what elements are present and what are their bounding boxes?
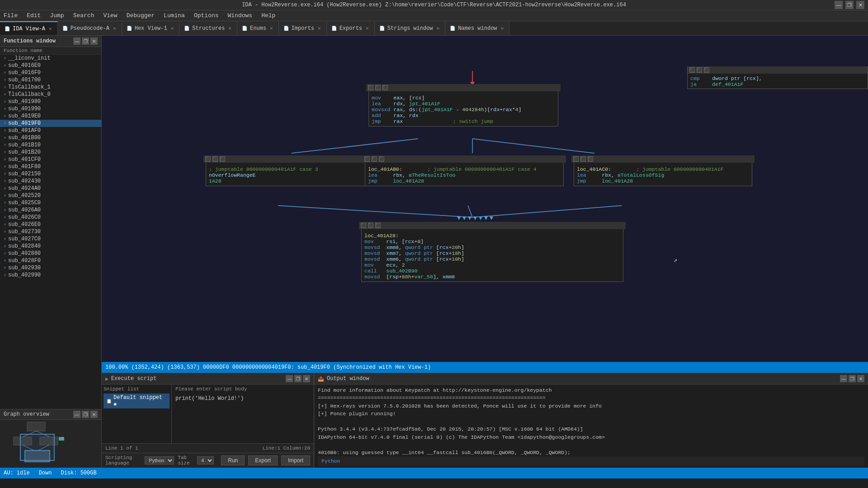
asm-btn-2[interactable]: ⬛ [697,67,702,73]
import-button[interactable]: Import [281,455,310,465]
asm-btn-r2[interactable]: ⬛ [580,156,586,162]
tab-exports[interactable]: 📄 Exports ✕ [327,21,375,36]
func-item[interactable]: ⚡ sub_402840 [0,243,101,250]
func-item[interactable]: ⚡ sub_4027C0 [0,235,101,243]
func-item[interactable]: ⚡ sub_4025C0 [0,199,101,206]
restore-button[interactable]: ❐ [845,1,854,9]
func-item[interactable]: ⚡ sub_4028F0 [0,257,101,264]
menu-debugger[interactable]: Debugger [125,11,156,20]
func-item[interactable]: ⚡ sub_4026E0 [0,221,101,228]
func-item[interactable]: ⚡ sub_401700 [0,76,101,84]
tab-close-ida[interactable]: ✕ [48,26,53,32]
menu-help[interactable]: Help [259,11,277,20]
tab-structures[interactable]: 📄 Structures ✕ [179,21,237,36]
tab-close-pseudo[interactable]: ✕ [112,25,117,31]
func-item[interactable]: ⚡ sub_401B00 [0,134,101,141]
graph-overview-close[interactable]: ✕ [90,411,98,418]
output-panel-close[interactable]: ✕ [857,375,864,382]
asm-btn-3[interactable]: ⬛ [704,67,709,73]
func-item[interactable]: ⚡ sub_401990 [0,105,101,113]
func-item[interactable]: ⚡ sub_4016E0 [0,62,101,69]
run-button[interactable]: Run [221,455,245,465]
asm-btn-r3[interactable]: ⬛ [588,156,593,162]
func-item[interactable]: ⚡ sub_402990 [0,272,101,279]
menu-search[interactable]: Search [71,11,96,20]
tab-close-hex[interactable]: ✕ [170,25,175,31]
tab-close-struct[interactable]: ✕ [227,25,232,31]
tab-pseudocode[interactable]: 📄 Pseudocode-A ✕ [58,21,122,36]
asm-btn-b3[interactable]: ⬛ [375,223,381,228]
asm-btn-m1[interactable]: ⬛ [364,156,370,162]
func-item[interactable]: ⚡ sub_402880 [0,250,101,257]
func-item[interactable]: ⚡ sub_401B10 [0,141,101,149]
close-button[interactable]: ✕ [856,1,864,9]
asm-btn-b1[interactable]: ⬛ [361,223,366,228]
menu-file[interactable]: File [2,11,19,20]
tab-close-exports[interactable]: ✕ [365,25,370,31]
func-item[interactable]: ⚡ __liconv_init [0,55,101,62]
func-item[interactable]: ⚡ sub_401CF0 [0,156,101,163]
script-panel-minimize[interactable]: — [286,375,293,382]
functions-panel-restore[interactable]: ❐ [82,38,89,45]
tab-strings[interactable]: 📄 Strings window ✕ [375,21,445,36]
asm-btn-c1[interactable]: ⬛ [368,85,373,90]
asm-btn-c2[interactable]: ⬛ [375,85,381,90]
output-panel-minimize[interactable]: — [840,375,847,382]
tab-enums[interactable]: 📄 Enums ✕ [237,21,279,36]
minimize-button[interactable]: — [835,1,843,9]
graph-overview-restore[interactable]: ❐ [82,411,89,418]
menu-edit[interactable]: Edit [25,11,42,20]
menu-windows[interactable]: Windows [226,11,255,20]
graph-area[interactable]: ⬛ ⬛ ⬛ cmp dword ptr [rcx], ja def_401A1F… [102,36,868,362]
asm-btn-l2[interactable]: ⬛ [212,156,218,162]
tab-close-strings[interactable]: ✕ [436,25,441,31]
tab-close-imports[interactable]: ✕ [317,25,322,31]
tab-hex-view[interactable]: 📄 Hex View-1 ✕ [122,21,180,36]
asm-btn-1[interactable]: ⬛ [689,67,695,73]
func-item[interactable]: ⚡ sub_4016F0 [0,69,101,76]
tab-close-enums[interactable]: ✕ [269,25,274,31]
asm-btn-c3[interactable]: ⬛ [382,85,388,90]
func-item[interactable]: ⚡ sub_402150 [0,170,101,178]
asm-btn-l3[interactable]: ⬛ [220,156,225,162]
func-item[interactable]: ⚡ sub_402730 [0,228,101,235]
graph-overview-minimize[interactable]: — [73,411,80,418]
asm-btn-m2[interactable]: ⬛ [372,156,377,162]
tab-imports[interactable]: 📄 Imports ✕ [279,21,327,36]
tab-ida-view[interactable]: 📄 IDA View-A ✕ [0,21,58,36]
func-item[interactable]: ⚡ sub_401980 [0,98,101,105]
func-item[interactable]: ⚡ sub_401F80 [0,163,101,170]
func-item[interactable]: ⚡ sub_4024A0 [0,185,101,192]
func-item[interactable]: ⚡ sub_401AF0 [0,127,101,134]
language-select[interactable]: Python IDC [145,456,174,465]
menu-lumina[interactable]: Lumina [162,11,187,20]
script-panel-restore[interactable]: ❐ [294,375,302,382]
func-item[interactable]: ⚡ TlsCallback_0 [0,91,101,98]
script-textarea[interactable]: print('Hello World!') [172,394,314,443]
func-item[interactable]: ⚡ sub_402430 [0,178,101,185]
menu-jump[interactable]: Jump [48,11,66,20]
func-item-selected[interactable]: ⚡ sub_4019F0 [0,120,101,127]
asm-btn-r1[interactable]: ⬛ [573,156,579,162]
func-item[interactable]: ⚡ sub_4026C0 [0,214,101,221]
output-panel-restore[interactable]: ❐ [849,375,856,382]
func-item[interactable]: ⚡ sub_402930 [0,264,101,272]
snippet-item-default[interactable]: 📋 Default snippet ✱ [104,394,170,408]
menu-options[interactable]: Options [192,11,221,20]
script-panel-close[interactable]: ✕ [303,375,310,382]
menu-view[interactable]: View [101,11,119,20]
export-button[interactable]: Export [248,455,278,465]
func-item[interactable]: ⚡ sub_401B20 [0,149,101,156]
functions-list[interactable]: ⚡ __liconv_init ⚡ sub_4016E0 ⚡ sub_4016F… [0,55,101,409]
func-item[interactable]: ⚡ sub_402520 [0,192,101,199]
func-item[interactable]: ⚡ TlsCallback_1 [0,84,101,91]
func-item[interactable]: ⚡ sub_4019E0 [0,113,101,120]
functions-panel-minimize[interactable]: — [73,38,80,45]
python-prompt[interactable]: Python [318,456,864,466]
functions-panel-close[interactable]: ✕ [90,38,98,45]
asm-btn-b2[interactable]: ⬛ [368,223,373,228]
asm-btn-l1[interactable]: ⬛ [205,156,211,162]
tab-size-select[interactable]: 4 2 8 [197,456,214,465]
tab-names[interactable]: 📄 Names window ✕ [445,21,509,36]
func-item[interactable]: ⚡ sub_4026A0 [0,206,101,214]
